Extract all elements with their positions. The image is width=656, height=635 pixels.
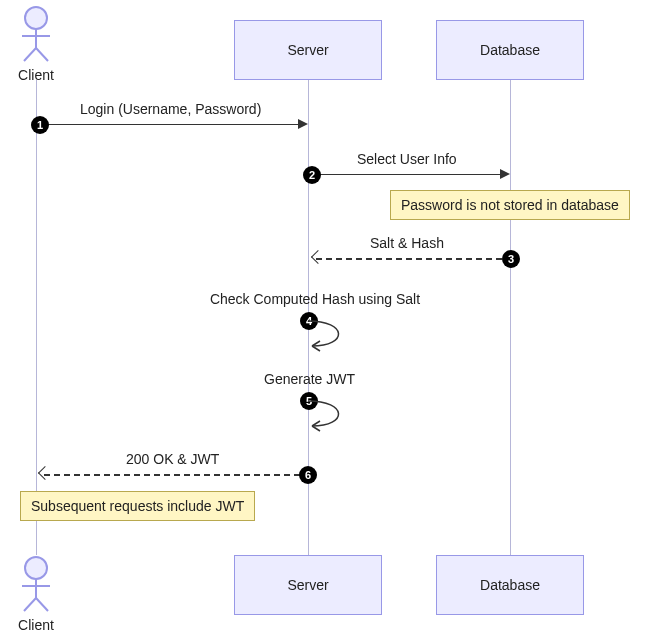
message-1-arrow	[44, 124, 300, 125]
participant-database-label-bottom: Database	[480, 577, 540, 593]
message-4-loop	[308, 318, 358, 352]
message-6-text: 200 OK & JWT	[126, 451, 219, 467]
message-5-text: Generate JWT	[264, 371, 355, 387]
message-3-arrow	[316, 258, 502, 260]
message-3-seq: 3	[502, 250, 520, 268]
message-6-seq: 6	[299, 466, 317, 484]
svg-line-4	[36, 48, 48, 61]
note-password: Password is not stored in database	[390, 190, 630, 220]
message-3-text: Salt & Hash	[370, 235, 444, 251]
note-jwt-text: Subsequent requests include JWT	[31, 498, 244, 514]
svg-line-9	[36, 598, 48, 611]
participant-server-label: Server	[287, 42, 328, 58]
actor-icon	[16, 599, 56, 615]
participant-server-top: Server	[234, 20, 382, 80]
message-1-text: Login (Username, Password)	[80, 101, 261, 117]
message-2-arrowhead	[500, 169, 510, 179]
actor-client-top: Client	[16, 6, 56, 83]
svg-point-0	[25, 7, 47, 29]
message-3-arrowhead	[311, 250, 325, 264]
message-2-seq: 2	[303, 166, 321, 184]
lifeline-client	[36, 80, 37, 555]
message-2-text: Select User Info	[357, 151, 457, 167]
actor-client-bottom: Client	[16, 556, 56, 633]
message-6-arrowhead	[38, 466, 52, 480]
actor-icon	[16, 49, 56, 65]
actor-client-label-bottom: Client	[16, 617, 56, 633]
message-5-loop	[308, 398, 358, 432]
participant-server-bottom: Server	[234, 555, 382, 615]
note-password-text: Password is not stored in database	[401, 197, 619, 213]
message-2-arrow	[316, 174, 502, 175]
participant-database-top: Database	[436, 20, 584, 80]
message-6-arrow	[44, 474, 300, 476]
sequence-diagram: Client Server Database Login (Username, …	[0, 0, 656, 635]
participant-database-bottom: Database	[436, 555, 584, 615]
participant-database-label: Database	[480, 42, 540, 58]
participant-server-label-bottom: Server	[287, 577, 328, 593]
lifeline-database	[510, 80, 511, 555]
message-4-text: Check Computed Hash using Salt	[205, 291, 425, 307]
svg-point-5	[25, 557, 47, 579]
svg-line-8	[24, 598, 36, 611]
svg-line-3	[24, 48, 36, 61]
message-1-arrowhead	[298, 119, 308, 129]
actor-client-label: Client	[16, 67, 56, 83]
note-jwt: Subsequent requests include JWT	[20, 491, 255, 521]
message-1-seq: 1	[31, 116, 49, 134]
